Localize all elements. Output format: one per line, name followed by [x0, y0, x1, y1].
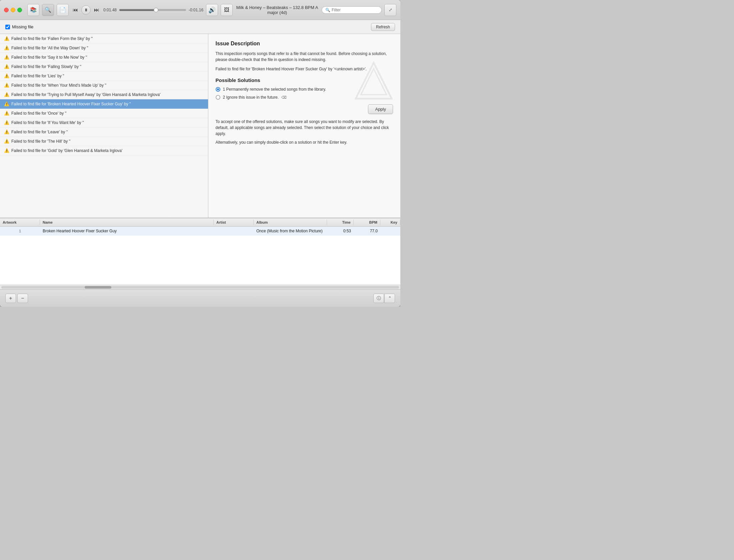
warning-icon: ⚠️ [4, 64, 9, 69]
warning-icon: ⚠️ [4, 55, 9, 60]
col-time: Time [327, 220, 354, 225]
issue-text: Failed to find file for 'Falling Slowly'… [11, 64, 81, 69]
remove-button[interactable]: − [17, 294, 28, 303]
horizontal-scrollbar[interactable] [1, 286, 399, 289]
progress-knob[interactable] [154, 8, 158, 12]
warning-icon: ⚠️ [4, 36, 9, 41]
missing-file-label: Missing file [12, 24, 33, 29]
issue-list: ⚠️Failed to find file for 'Fallen Form t… [0, 34, 208, 218]
toolbar-area: Missing file Refresh [0, 20, 400, 34]
solution-2-radio[interactable] [216, 95, 220, 100]
col-artwork: Artwork [0, 220, 40, 225]
solution-1-radio[interactable] [216, 87, 220, 92]
td-name: Broken Hearted Hoover Fixer Sucker Guy [40, 227, 214, 235]
table-header: Artwork Name Artist Album Time BPM Key [0, 218, 400, 227]
warning-icon: ⚠️ [4, 73, 9, 78]
warning-icon: ⚠️ [4, 92, 9, 97]
clear-icon: ⌫ [281, 95, 287, 100]
time-elapsed: 0:01.48 [103, 8, 117, 12]
table-row[interactable]: 1 Broken Hearted Hoover Fixer Sucker Guy… [0, 227, 400, 236]
solution-2-label: 2 Ignore this issue in the future. [223, 95, 279, 100]
rewind-button[interactable]: ⏮ [71, 6, 79, 14]
issue-text: Failed to find file for 'Say it to Me No… [11, 55, 87, 60]
issue-item[interactable]: ⚠️Failed to find file for 'Broken Hearte… [0, 99, 208, 109]
issue-item[interactable]: ⚠️Failed to find file for 'When Your Min… [0, 81, 208, 90]
issue-text: Failed to find file for 'Once' by '' [11, 111, 66, 116]
minimize-button[interactable] [11, 8, 15, 12]
warning-icon: ⚠️ [4, 129, 9, 134]
content-area: ⚠️Failed to find file for 'Fallen Form t… [0, 34, 400, 218]
issue-text: Failed to find file for 'Lies' by '' [11, 74, 64, 78]
description-panel: Issue Description This inspection report… [208, 34, 400, 218]
apply-button[interactable]: Apply [368, 104, 393, 114]
col-name: Name [40, 220, 214, 225]
issue-item[interactable]: ⚠️Failed to find file for 'All the Way D… [0, 43, 208, 53]
warning-icon: ⚠️ [4, 101, 9, 106]
library-icon[interactable]: 📚 [27, 4, 39, 16]
issue-item[interactable]: ⚠️Failed to find file for 'Once' by '' [0, 109, 208, 118]
expand-button[interactable]: ⌃ [384, 294, 395, 303]
artwork-icon[interactable]: 🖼 [221, 4, 233, 16]
description-footer2: Alternatively, you can simply double-cli… [216, 139, 393, 145]
warning-icon: ⚠️ [4, 111, 9, 116]
fast-forward-button[interactable]: ⏭ [93, 6, 101, 14]
maximize-button[interactable] [17, 8, 22, 12]
pause-button[interactable]: ⏸ [81, 5, 91, 15]
col-album: Album [254, 220, 327, 225]
issue-item[interactable]: ⚠️Failed to find file for 'Say it to Me … [0, 53, 208, 62]
table-body: 1 Broken Hearted Hoover Fixer Sucker Guy… [0, 227, 400, 285]
search-box[interactable]: 🔍 [322, 6, 382, 14]
main-window: 📚 🔍 📄 ⏮ ⏸ ⏭ 0:01.48 -0:01.16 🔊 🖼 Milk & … [0, 0, 400, 307]
scrollbar-thumb[interactable] [85, 286, 111, 289]
missing-file-checkbox[interactable] [5, 25, 10, 29]
refresh-button[interactable]: Refresh [371, 23, 395, 31]
scrollbar-area [0, 285, 400, 289]
table-area: Artwork Name Artist Album Time BPM Key 1… [0, 218, 400, 285]
window-title: Milk & Honey – Beatsteaks – 132.8 BPM A … [235, 5, 319, 15]
issue-text: Failed to find file for 'Trying to Pull … [11, 92, 160, 97]
issue-text: Failed to find file for 'Gold' by 'Glen … [11, 148, 122, 153]
issue-text: Failed to find file for 'If You Want Me'… [11, 120, 84, 125]
issue-item[interactable]: ⚠️Failed to find file for 'The Hill' by … [0, 137, 208, 146]
plus-icon: + [9, 295, 12, 301]
issue-text: Failed to find file for 'Fallen Form the… [11, 36, 93, 41]
titlebar: 📚 🔍 📄 ⏮ ⏸ ⏭ 0:01.48 -0:01.16 🔊 🖼 Milk & … [0, 0, 400, 20]
info-icon: ⓘ [377, 295, 381, 301]
issue-text: Failed to find file for 'Broken Hearted … [11, 102, 131, 106]
td-artwork: 1 [0, 228, 40, 234]
td-key [380, 230, 400, 232]
info-button[interactable]: ⓘ [373, 294, 384, 303]
close-button[interactable] [4, 8, 9, 12]
issue-item[interactable]: ⚠️Failed to find file for 'Lies' by '' [0, 71, 208, 81]
search-input[interactable] [332, 8, 378, 12]
issue-item[interactable]: ⚠️Failed to find file for 'Falling Slowl… [0, 62, 208, 71]
description-footer: To accept one of the offered solutions, … [216, 119, 393, 137]
progress-fill [119, 9, 156, 11]
col-bpm: BPM [354, 220, 380, 225]
warning-icon: ⚠️ [4, 45, 9, 50]
issue-text: Failed to find file for 'The Hill' by '' [11, 139, 70, 144]
audio-icon[interactable]: 🔊 [206, 4, 218, 16]
import-icon[interactable]: 📄 [57, 4, 69, 16]
issue-text: Failed to find file for 'When Your Mind'… [11, 83, 106, 88]
traffic-lights [4, 8, 22, 12]
watermark-graphic [354, 61, 394, 101]
warning-icon: ⚠️ [4, 148, 9, 153]
issue-item[interactable]: ⚠️Failed to find file for 'Trying to Pul… [0, 90, 208, 99]
issue-item[interactable]: ⚠️Failed to find file for 'Gold' by 'Gle… [0, 146, 208, 155]
col-artist: Artist [214, 220, 254, 225]
issue-item[interactable]: ⚠️Failed to find file for 'Leave' by '' [0, 127, 208, 137]
progress-bar[interactable] [119, 9, 186, 11]
add-button[interactable]: + [5, 294, 16, 303]
search-icon[interactable]: 🔍 [42, 4, 54, 16]
col-key: Key [380, 220, 400, 225]
issue-item[interactable]: ⚠️Failed to find file for 'Fallen Form t… [0, 34, 208, 43]
issue-item[interactable]: ⚠️Failed to find file for 'If You Want M… [0, 118, 208, 127]
issue-text: Failed to find file for 'Leave' by '' [11, 130, 68, 134]
missing-file-filter[interactable]: Missing file [5, 24, 33, 29]
td-album: Once (Music from the Motion Picture) [254, 227, 327, 235]
issue-text: Failed to find file for 'All the Way Dow… [11, 46, 88, 50]
minus-icon: − [21, 295, 24, 301]
fullscreen-icon[interactable]: ⤢ [384, 4, 396, 16]
td-bpm: 77.0 [354, 227, 380, 235]
